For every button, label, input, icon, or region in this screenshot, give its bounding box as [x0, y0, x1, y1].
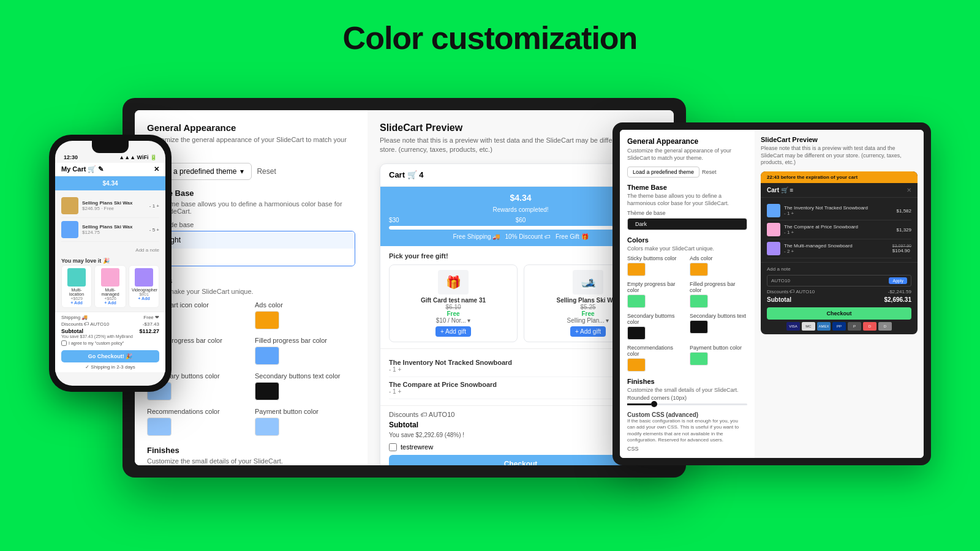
right-color-label-3: Empty progress bar color [627, 281, 685, 293]
color-swatch-payment-btn[interactable] [255, 418, 279, 436]
right-color-label-7: Recommendations color [627, 345, 685, 357]
dark-cart-close[interactable]: ✕ [907, 187, 911, 193]
dark-cart-alert-text: 22:43 before the expiration of your cart [767, 174, 858, 180]
phone-checkout-button[interactable]: Go Checkout! 🎉 [61, 350, 159, 362]
phone-policy-text: I agree to my "custom policy" [69, 341, 124, 345]
appearance-panel-title: General Appearance [147, 122, 355, 133]
dark-amex-icon: AMEX [817, 322, 831, 331]
right-color-swatch-4[interactable] [690, 294, 708, 308]
right-theme-dropdown[interactable]: Dark [627, 218, 747, 230]
right-slider-track[interactable] [627, 403, 747, 405]
dark-checkout-button[interactable]: Checkout [767, 307, 911, 320]
color-recommendations: Recommendations color [147, 408, 247, 436]
color-ads-label: Ads color [255, 301, 355, 309]
phone-rec-add-1[interactable]: + Add [64, 301, 89, 305]
add-gift-btn-2[interactable]: + Add gift [570, 326, 606, 337]
right-color-swatch-2[interactable] [690, 263, 708, 276]
right-theme-selected: Dark [635, 221, 647, 227]
dark-item-name-1: The Inventory Not Tracked Snowboard [784, 205, 868, 211]
gift-select-1[interactable]: $10 / Nor... ▾ [394, 317, 512, 324]
phone-shipping-note: ✓ Shipping in 2-3 days [61, 364, 159, 370]
right-color-swatch-1[interactable] [627, 263, 646, 276]
phone-notch [92, 141, 129, 153]
right-css-label: CSS [627, 446, 747, 452]
phone-cart-title: My Cart 🛒 ✎ ✕ [55, 163, 165, 176]
phone-time: 12:30 [64, 154, 78, 160]
right-reset-button[interactable]: Reset [702, 169, 717, 175]
phone-cart-close[interactable]: ✕ [154, 165, 159, 173]
add-gift-btn-1[interactable]: + Add gift [435, 326, 471, 337]
right-load-theme-button[interactable]: Load a predefined theme [627, 167, 699, 178]
right-color-swatch-5[interactable] [627, 326, 646, 340]
color-swatch-filled-progress[interactable] [255, 347, 279, 365]
right-color-label-8: Payment button color [690, 345, 747, 351]
right-custom-css-label: Custom CSS (advanced) [627, 411, 747, 418]
right-color-swatch-3[interactable] [627, 294, 646, 308]
reset-button[interactable]: Reset [257, 167, 276, 176]
right-color-swatch-8[interactable] [690, 352, 708, 365]
phone-rec-name-1: Multi-location [64, 288, 89, 296]
theme-option-light[interactable]: ✓ Light [148, 231, 355, 249]
theme-option-dark[interactable]: Dark [148, 249, 355, 266]
right-panel-title: General Appearance [627, 137, 747, 146]
subtotal-label: Subtotal [389, 421, 418, 429]
theme-base-desc: The theme base allows you to define a ha… [147, 200, 355, 215]
right-css-section: Custom CSS (advanced) If the basic confi… [627, 411, 747, 452]
right-finishes-label: Finishes [627, 378, 747, 385]
dark-apply-btn[interactable]: Apply [889, 277, 907, 284]
colors-grid: Sticky cart icon color Ads color Empty p… [147, 301, 355, 436]
testrewrew-checkbox[interactable] [389, 443, 397, 451]
phone-policy-checkbox[interactable] [61, 340, 67, 346]
right-color-swatch-7[interactable] [627, 358, 646, 372]
right-preview-panel: SlideCart Preview Please note that this … [755, 130, 924, 458]
gift-img-2: 🎿 [573, 270, 603, 294]
gift-name-1: Gift Card test name 31 [394, 297, 512, 304]
cart-item-name-2: The Compare at Price Snowboard [389, 381, 497, 388]
phone-qty-1: - 1 + [149, 203, 159, 209]
dark-item-qty-2: - 1 + [784, 230, 858, 235]
right-colors-desc: Colors make your SlideCart unique. [627, 246, 747, 252]
right-color-swatch-6[interactable] [690, 320, 708, 334]
screens-container: General Appearance Customize the general… [49, 86, 931, 539]
right-color-label-6: Secondary buttons text [690, 313, 747, 319]
right-theme-dark-option[interactable]: Dark [628, 219, 747, 230]
phone-amount: $4.34 [61, 180, 159, 187]
cart-item-qty-1: - 1 + [389, 366, 512, 373]
dark-cart-item-3: The Multi-managed Snowboard - 2 + $3,097… [767, 239, 911, 258]
dark-cart-item-2: The Compare at Price Snowboard - 1 + $1,… [767, 220, 911, 239]
color-swatch-recommendations[interactable] [147, 418, 172, 436]
color-swatch-secondary-btns-text[interactable] [255, 382, 279, 400]
dark-item-price-3: $104.90 [892, 248, 911, 253]
dark-discount-code: AUTO10 [771, 278, 790, 283]
phone-add-note[interactable]: Add a note [55, 246, 165, 255]
right-color-2: Ads color [690, 255, 747, 276]
phone-rec-item-3: Videographer $801 + Add [129, 265, 159, 308]
phone-rec-price-3: $801 [132, 292, 156, 296]
phone-progress: $4.34 [55, 176, 165, 190]
color-secondary-btns-text-label: Secondary buttons text color [255, 372, 355, 380]
color-ads: Ads color [255, 301, 355, 329]
phone-discount-amount: -$37.43 [143, 321, 159, 327]
right-panel-subtitle: Customize the general appearance of your… [627, 148, 747, 162]
gift-free-1: Free [394, 310, 512, 317]
color-filled-progress-label: Filled progress bar color [255, 337, 355, 344]
dark-add-note[interactable]: Add a note [767, 266, 911, 272]
phone-rec-add-2[interactable]: + Add [97, 301, 123, 305]
milestone-2: $60 [516, 217, 526, 223]
phone-item-info-2: Selling Plans Ski Wax $124.75 [82, 224, 146, 235]
dark-p-icon: P [848, 322, 861, 331]
right-color-label-5: Secondary buttoms color [627, 313, 685, 325]
color-filled-progress: Filled progress bar color [255, 337, 355, 365]
phone-rec-add-3[interactable]: + Add [132, 296, 156, 301]
dark-pp-icon: PP [832, 322, 846, 331]
dark-cart-alert: 22:43 before the expiration of your cart [761, 171, 918, 183]
theme-dropdown[interactable]: ✓ Light Dark [147, 231, 355, 266]
dark-payment-icons: VISA MC AMEX PP P D D [767, 322, 911, 331]
chevron-down-icon: ▾ [240, 167, 244, 176]
right-color-6: Secondary buttons text [690, 313, 747, 340]
right-color-4: Filled progress bar color [690, 281, 747, 308]
phone-subtotal-row: Subtotal $112.27 [61, 328, 159, 334]
phone-rec-thumb-1 [67, 268, 86, 287]
right-colors-label: Colors [627, 236, 747, 244]
color-swatch-ads[interactable] [255, 311, 279, 329]
